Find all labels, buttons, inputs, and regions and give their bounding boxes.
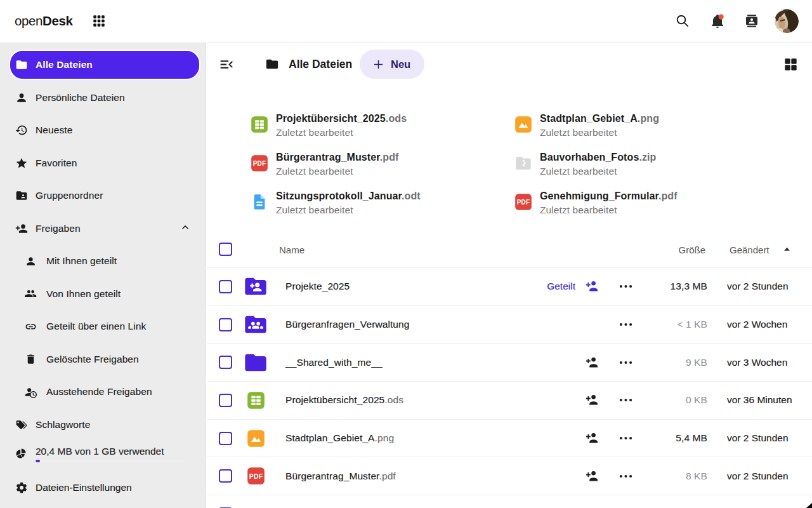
recent-file[interactable]: Bauvorhaben_Fotos.zip Zuletzt bearbeitet — [514, 150, 656, 178]
sidebar-item-label: Geteilt über einen Link — [46, 321, 146, 332]
sidebar-item-deleted-shares[interactable]: Gelöschte Freigaben — [9, 344, 200, 375]
sort-ascending-icon[interactable] — [783, 245, 791, 253]
file-name[interactable]: Bürgerantrag_Muster.pdf — [285, 471, 396, 482]
mouse-cursor — [806, 503, 812, 508]
sidebar-item-all-files[interactable]: Alle Dateien — [9, 50, 200, 80]
new-button[interactable]: Neu — [360, 50, 424, 79]
row-checkbox[interactable] — [219, 280, 232, 293]
table-row[interactable]: Projekte_2025 Geteilt 13,3 MB vor 2 Stun… — [207, 268, 812, 306]
table-row[interactable]: Stadtplan_Gebiet_A.png 5,4 MB vor 2 Stun… — [207, 420, 812, 458]
search-button[interactable] — [675, 13, 690, 29]
file-name[interactable]: __Shared_with_me__ — [285, 357, 383, 368]
shared-label: Geteilt — [547, 281, 575, 292]
row-checkbox[interactable] — [219, 432, 232, 445]
shared-status-button[interactable]: Geteilt — [547, 279, 599, 294]
sidebar-item-label: Von Ihnen geteilt — [46, 288, 121, 300]
sidebar-item-shared-by-you[interactable]: Von Ihnen geteilt — [9, 279, 200, 309]
apps-grid-icon — [92, 14, 106, 28]
file-size: 13,3 MB — [671, 281, 707, 292]
recent-file-name: Bürgerantrag_Muster.pdf — [276, 150, 398, 164]
recent-file-name: Stadtplan_Gebiet_A.png — [540, 112, 659, 125]
recent-file-name: Sitzungsprotokoll_Januar.odt — [276, 189, 421, 203]
dots-horizontal-icon — [618, 468, 634, 484]
sidebar-item-shared-with-you[interactable]: Mit Ihnen geteilt — [9, 246, 200, 276]
group-folder-icon — [243, 312, 268, 337]
grid-view-toggle-button[interactable] — [783, 57, 799, 72]
opendesk-logo[interactable]: openDesk — [15, 13, 72, 29]
app-launcher-button[interactable] — [92, 14, 106, 28]
spreadsheet-file-icon — [251, 116, 268, 133]
file-name[interactable]: Projektübersicht_2025.ods — [285, 394, 403, 406]
share-button[interactable] — [584, 431, 599, 446]
column-header-size[interactable]: Größe — [678, 244, 705, 255]
table-row[interactable]: __Shared_with_me__ 9 KB vor 3 Wochen — [207, 344, 812, 382]
contacts-button[interactable] — [744, 13, 759, 29]
recent-file[interactable]: Sitzungsprotokoll_Januar.odt Zuletzt bea… — [251, 189, 421, 217]
sidebar-item-label: Favoriten — [36, 157, 77, 169]
sidebar-item-pending-shares[interactable]: Ausstehende Freigaben — [9, 377, 200, 407]
file-name[interactable]: Stadtplan_Gebiet_A.png — [285, 432, 394, 444]
sidebar-item-label: Gelöschte Freigaben — [46, 354, 139, 365]
notification-badge — [719, 15, 724, 20]
collapse-sidebar-button[interactable] — [219, 57, 235, 72]
files-toolbar: Alle Dateien Neu — [207, 43, 812, 84]
share-button[interactable] — [584, 469, 599, 484]
sidebar-item-favorites[interactable]: Favoriten — [9, 148, 200, 178]
row-actions-button[interactable] — [618, 468, 634, 484]
plus-icon — [372, 58, 385, 71]
sidebar-item-tags[interactable]: Schlagworte — [9, 410, 200, 440]
column-header-modified[interactable]: Geändert — [730, 244, 769, 255]
files-table: Name Größe Geändert Projekte_2025 Geteil… — [207, 234, 812, 508]
sidebar-item-recent[interactable]: Neueste — [9, 115, 200, 145]
file-modified: vor 2 Stunden — [727, 471, 789, 482]
account-plus-icon — [15, 222, 28, 235]
row-checkbox[interactable] — [219, 469, 232, 483]
row-checkbox[interactable] — [219, 318, 232, 331]
recent-file[interactable]: Projektübersicht_2025.ods Zuletzt bearbe… — [251, 112, 407, 139]
main-content: Alle Dateien Neu Projektübersicht_2025.o… — [207, 43, 812, 508]
table-row[interactable]: Bürgerantrag_Muster.pdf 8 KB vor 2 Stund… — [207, 457, 812, 495]
sidebar-item-shared-by-link[interactable]: Geteilt über einen Link — [9, 311, 200, 342]
share-button[interactable] — [584, 355, 599, 370]
sidebar-item-personal-files[interactable]: Persönliche Dateien — [9, 83, 200, 113]
file-name[interactable]: Projekte_2025 — [285, 281, 350, 292]
row-actions-button[interactable] — [618, 354, 634, 370]
table-row[interactable]: Bürgeranfragen_Verwaltung < 1 KB vor 2 W… — [207, 306, 812, 344]
share-button[interactable] — [584, 392, 599, 408]
file-name[interactable]: Bürgeranfragen_Verwaltung — [285, 319, 410, 330]
table-row[interactable]: Projektübersicht_2025.ods 0 KB vor 36 Mi… — [207, 382, 812, 420]
row-checkbox[interactable] — [219, 356, 232, 369]
sidebar-item-shares[interactable]: Freigaben — [9, 213, 200, 244]
recent-file[interactable]: Bürgerantrag_Muster.pdf Zuletzt bearbeit… — [251, 150, 398, 178]
file-modified: vor 2 Stunden — [727, 281, 789, 292]
folder-account-icon — [15, 189, 28, 202]
row-actions-button[interactable] — [618, 317, 634, 333]
table-row-partial[interactable] — [207, 495, 812, 508]
file-modified: vor 2 Stunden — [727, 432, 789, 444]
file-size: < 1 KB — [677, 319, 707, 330]
trash-icon — [25, 353, 37, 365]
row-actions-button[interactable] — [618, 392, 634, 408]
row-actions-button[interactable] — [618, 431, 634, 446]
dots-horizontal-icon — [618, 279, 634, 295]
user-avatar[interactable] — [775, 9, 799, 33]
sidebar-item-label: Gruppenordner — [36, 190, 103, 201]
file-size: 8 KB — [686, 471, 707, 482]
recent-file-status: Zuletzt bearbeitet — [276, 203, 421, 217]
row-checkbox[interactable] — [219, 394, 232, 407]
row-actions-button[interactable] — [618, 279, 634, 295]
recent-file[interactable]: Stadtplan_Gebiet_A.png Zuletzt bearbeite… — [514, 112, 659, 139]
column-header-name[interactable]: Name — [279, 244, 304, 255]
search-icon — [675, 13, 690, 29]
notifications-button[interactable] — [710, 13, 725, 29]
share-person-icon — [584, 279, 599, 294]
storage-progress-fill — [36, 460, 40, 462]
account-icon — [15, 91, 28, 104]
select-all-checkbox[interactable] — [219, 243, 232, 256]
sidebar-item-group-folders[interactable]: Gruppenordner — [9, 180, 200, 211]
breadcrumb-title[interactable]: Alle Dateien — [289, 58, 352, 71]
sidebar-item-files-settings[interactable]: Dateien-Einstellungen — [9, 474, 200, 502]
chevron-up-icon[interactable] — [179, 221, 192, 234]
recent-file[interactable]: Genehmigung_Formular.pdf Zuletzt bearbei… — [514, 189, 678, 217]
breadcrumb-folder-icon — [265, 57, 279, 71]
